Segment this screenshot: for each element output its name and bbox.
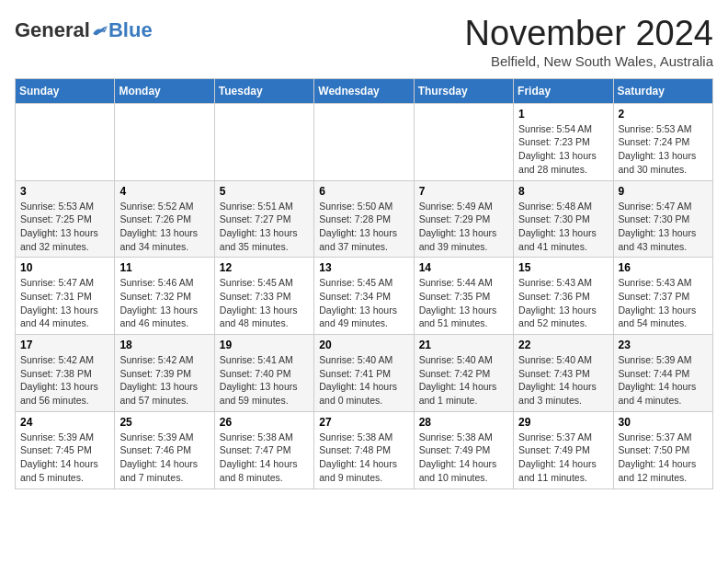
day-number: 10 <box>20 261 109 274</box>
day-info: Sunrise: 5:42 AMSunset: 7:39 PMDaylight:… <box>119 353 209 408</box>
calendar-cell: 16Sunrise: 5:43 AMSunset: 7:37 PMDayligh… <box>613 258 712 335</box>
header-wednesday: Wednesday <box>314 78 414 103</box>
day-number: 6 <box>319 185 408 198</box>
day-number: 4 <box>119 185 209 198</box>
calendar-cell: 7Sunrise: 5:49 AMSunset: 7:29 PMDaylight… <box>414 180 513 258</box>
day-number: 20 <box>319 339 408 351</box>
day-info: Sunrise: 5:53 AMSunset: 7:25 PMDaylight:… <box>20 200 109 254</box>
day-info: Sunrise: 5:38 AMSunset: 7:48 PMDaylight:… <box>319 431 408 485</box>
day-number: 9 <box>619 185 708 198</box>
calendar-cell: 22Sunrise: 5:40 AMSunset: 7:43 PMDayligh… <box>514 335 613 412</box>
calendar-week-0: 1Sunrise: 5:54 AMSunset: 7:23 PMDaylight… <box>16 103 713 180</box>
logo: General Blue <box>15 18 153 42</box>
calendar-cell: 19Sunrise: 5:41 AMSunset: 7:40 PMDayligh… <box>214 335 313 412</box>
calendar-cell: 6Sunrise: 5:50 AMSunset: 7:28 PMDaylight… <box>314 180 414 258</box>
calendar-cell: 2Sunrise: 5:53 AMSunset: 7:24 PMDaylight… <box>613 103 712 180</box>
calendar-week-1: 3Sunrise: 5:53 AMSunset: 7:25 PMDaylight… <box>16 180 713 258</box>
day-number: 3 <box>20 185 109 198</box>
day-number: 21 <box>419 339 508 351</box>
header: General Blue November 2024 Belfield, New… <box>15 15 713 69</box>
day-number: 13 <box>319 261 408 274</box>
calendar-cell: 30Sunrise: 5:37 AMSunset: 7:50 PMDayligh… <box>613 411 712 488</box>
day-number: 18 <box>119 339 209 351</box>
day-number: 26 <box>220 416 309 429</box>
calendar-cell: 26Sunrise: 5:38 AMSunset: 7:47 PMDayligh… <box>214 411 313 488</box>
day-info: Sunrise: 5:47 AMSunset: 7:31 PMDaylight:… <box>20 276 109 330</box>
header-saturday: Saturday <box>613 78 712 103</box>
day-number: 23 <box>619 339 708 351</box>
header-sunday: Sunday <box>16 78 115 103</box>
header-monday: Monday <box>115 78 214 103</box>
day-number: 25 <box>119 416 209 429</box>
day-number: 19 <box>220 339 309 351</box>
day-info: Sunrise: 5:40 AMSunset: 7:43 PMDaylight:… <box>518 353 608 408</box>
calendar-cell: 4Sunrise: 5:52 AMSunset: 7:26 PMDaylight… <box>115 180 214 258</box>
day-number: 16 <box>619 261 708 274</box>
calendar-cell: 10Sunrise: 5:47 AMSunset: 7:31 PMDayligh… <box>16 258 115 335</box>
day-info: Sunrise: 5:54 AMSunset: 7:23 PMDaylight:… <box>518 122 608 177</box>
calendar-cell <box>115 103 214 180</box>
day-info: Sunrise: 5:38 AMSunset: 7:49 PMDaylight:… <box>419 431 508 485</box>
day-number: 22 <box>518 339 608 351</box>
calendar-week-2: 10Sunrise: 5:47 AMSunset: 7:31 PMDayligh… <box>16 258 713 335</box>
day-info: Sunrise: 5:39 AMSunset: 7:45 PMDaylight:… <box>20 431 109 485</box>
day-number: 24 <box>20 416 109 429</box>
calendar-cell: 18Sunrise: 5:42 AMSunset: 7:39 PMDayligh… <box>115 335 214 412</box>
day-info: Sunrise: 5:43 AMSunset: 7:37 PMDaylight:… <box>619 276 708 330</box>
header-thursday: Thursday <box>414 78 513 103</box>
day-info: Sunrise: 5:37 AMSunset: 7:49 PMDaylight:… <box>518 431 608 485</box>
day-number: 1 <box>518 108 608 121</box>
calendar-cell: 1Sunrise: 5:54 AMSunset: 7:23 PMDaylight… <box>514 103 613 180</box>
day-number: 12 <box>220 261 309 274</box>
day-info: Sunrise: 5:52 AMSunset: 7:26 PMDaylight:… <box>119 200 209 254</box>
day-number: 29 <box>518 416 608 429</box>
calendar-cell: 29Sunrise: 5:37 AMSunset: 7:49 PMDayligh… <box>514 411 613 488</box>
day-number: 27 <box>319 416 408 429</box>
calendar-cell: 17Sunrise: 5:42 AMSunset: 7:38 PMDayligh… <box>16 335 115 412</box>
calendar-cell: 12Sunrise: 5:45 AMSunset: 7:33 PMDayligh… <box>214 258 313 335</box>
calendar-cell: 8Sunrise: 5:48 AMSunset: 7:30 PMDaylight… <box>514 180 613 258</box>
day-info: Sunrise: 5:40 AMSunset: 7:42 PMDaylight:… <box>419 353 508 408</box>
calendar-cell: 27Sunrise: 5:38 AMSunset: 7:48 PMDayligh… <box>314 411 414 488</box>
calendar-cell: 5Sunrise: 5:51 AMSunset: 7:27 PMDaylight… <box>214 180 313 258</box>
calendar-cell: 21Sunrise: 5:40 AMSunset: 7:42 PMDayligh… <box>414 335 513 412</box>
calendar-cell <box>314 103 414 180</box>
day-info: Sunrise: 5:49 AMSunset: 7:29 PMDaylight:… <box>419 200 508 254</box>
day-info: Sunrise: 5:39 AMSunset: 7:44 PMDaylight:… <box>619 353 708 408</box>
day-number: 14 <box>419 261 508 274</box>
logo-bird-icon <box>92 22 108 39</box>
day-info: Sunrise: 5:38 AMSunset: 7:47 PMDaylight:… <box>220 431 309 485</box>
day-number: 7 <box>419 185 508 198</box>
calendar-cell: 9Sunrise: 5:47 AMSunset: 7:30 PMDaylight… <box>613 180 712 258</box>
calendar-cell: 28Sunrise: 5:38 AMSunset: 7:49 PMDayligh… <box>414 411 513 488</box>
calendar-cell <box>214 103 313 180</box>
day-info: Sunrise: 5:47 AMSunset: 7:30 PMDaylight:… <box>619 200 708 254</box>
calendar-cell: 23Sunrise: 5:39 AMSunset: 7:44 PMDayligh… <box>613 335 712 412</box>
calendar-cell <box>414 103 513 180</box>
day-number: 28 <box>419 416 508 429</box>
calendar-cell <box>16 103 115 180</box>
day-info: Sunrise: 5:41 AMSunset: 7:40 PMDaylight:… <box>220 353 309 408</box>
day-info: Sunrise: 5:50 AMSunset: 7:28 PMDaylight:… <box>319 200 408 254</box>
calendar-week-3: 17Sunrise: 5:42 AMSunset: 7:38 PMDayligh… <box>16 335 713 412</box>
day-info: Sunrise: 5:43 AMSunset: 7:36 PMDaylight:… <box>518 276 608 330</box>
day-number: 5 <box>220 185 309 198</box>
logo-general-text: General <box>15 18 90 42</box>
calendar-table: Sunday Monday Tuesday Wednesday Thursday… <box>15 78 713 489</box>
day-info: Sunrise: 5:51 AMSunset: 7:27 PMDaylight:… <box>220 200 309 254</box>
day-info: Sunrise: 5:44 AMSunset: 7:35 PMDaylight:… <box>419 276 508 330</box>
day-info: Sunrise: 5:45 AMSunset: 7:34 PMDaylight:… <box>319 276 408 330</box>
header-tuesday: Tuesday <box>214 78 313 103</box>
day-number: 30 <box>619 416 708 429</box>
day-info: Sunrise: 5:53 AMSunset: 7:24 PMDaylight:… <box>619 122 708 177</box>
day-info: Sunrise: 5:40 AMSunset: 7:41 PMDaylight:… <box>319 353 408 408</box>
day-info: Sunrise: 5:42 AMSunset: 7:38 PMDaylight:… <box>20 353 109 408</box>
calendar-cell: 25Sunrise: 5:39 AMSunset: 7:46 PMDayligh… <box>115 411 214 488</box>
header-friday: Friday <box>514 78 613 103</box>
calendar-header-row: Sunday Monday Tuesday Wednesday Thursday… <box>16 78 713 103</box>
calendar-cell: 3Sunrise: 5:53 AMSunset: 7:25 PMDaylight… <box>16 180 115 258</box>
calendar-cell: 24Sunrise: 5:39 AMSunset: 7:45 PMDayligh… <box>16 411 115 488</box>
day-number: 17 <box>20 339 109 351</box>
title-block: November 2024 Belfield, New South Wales,… <box>465 15 713 69</box>
logo-blue-text: Blue <box>108 18 153 42</box>
